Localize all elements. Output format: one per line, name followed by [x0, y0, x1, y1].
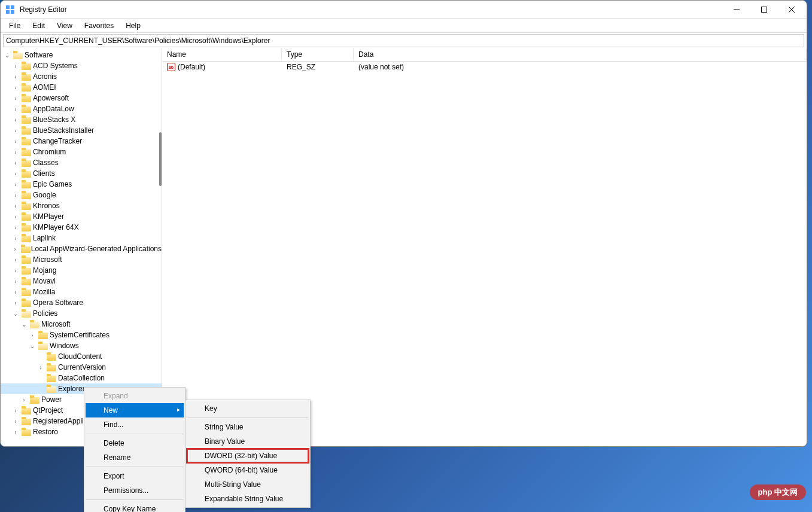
tree-node-google[interactable]: ›Google	[1, 190, 162, 200]
sub-string-value[interactable]: String Value	[187, 420, 309, 434]
tree-node-appdatalow[interactable]: ›AppDataLow	[1, 103, 162, 114]
tree-node-classes[interactable]: ›Classes	[1, 157, 162, 168]
tree-node-cloudcontent[interactable]: CloudContent	[1, 351, 162, 362]
expander-icon[interactable]	[37, 352, 45, 361]
titlebar[interactable]: Registry Editor	[1, 1, 807, 19]
ctx-new[interactable]: New	[86, 403, 184, 417]
expander-icon[interactable]: ⌄	[28, 342, 37, 350]
expander-icon[interactable]: ›	[11, 255, 20, 264]
column-type[interactable]: Type	[282, 48, 354, 61]
ctx-rename[interactable]: Rename	[86, 450, 184, 465]
tree-node-epic-games[interactable]: ›Epic Games	[1, 179, 162, 190]
expander-icon[interactable]: ›	[11, 298, 20, 307]
ctx-find-[interactable]: Find...	[86, 417, 184, 432]
context-menu[interactable]: ExpandNewFind...DeleteRenameExportPermis…	[84, 387, 185, 512]
maximize-button[interactable]	[750, 1, 778, 19]
expander-icon[interactable]: ›	[11, 277, 20, 285]
expander-icon[interactable]: ›	[11, 266, 20, 275]
tree-node-bluestacks-x[interactable]: ›BlueStacks X	[1, 114, 162, 125]
tree-node-khronos[interactable]: ›Khronos	[1, 200, 162, 211]
list-row[interactable]: ab(Default)REG_SZ(value not set)	[162, 62, 807, 72]
column-name[interactable]: Name	[162, 48, 282, 61]
expander-icon[interactable]: ⌄	[11, 309, 20, 318]
expander-icon[interactable]: ›	[11, 94, 20, 102]
expander-icon[interactable]: ›	[20, 395, 28, 404]
tree-node-movavi[interactable]: ›Movavi	[1, 276, 162, 287]
expander-icon[interactable]: ›	[11, 212, 20, 221]
tree-node-aomei[interactable]: ›AOMEI	[1, 82, 162, 93]
menu-help[interactable]: Help	[120, 20, 147, 32]
expander-icon[interactable]: ›	[11, 137, 20, 145]
close-button[interactable]	[778, 1, 805, 19]
tree-node-kmplayer[interactable]: ›KMPlayer	[1, 211, 162, 222]
ctx-delete[interactable]: Delete	[86, 436, 184, 450]
sub-dword-32-bit-value[interactable]: DWORD (32-bit) Value	[187, 449, 309, 463]
expander-icon[interactable]: ›	[11, 115, 20, 124]
expander-icon[interactable]: ›	[11, 428, 20, 436]
expander-icon[interactable]: ›	[11, 234, 20, 242]
tree-node-software[interactable]: ⌄Software	[1, 50, 162, 60]
menu-favorites[interactable]: Favorites	[78, 20, 120, 32]
expander-icon[interactable]: ⌄	[3, 51, 11, 59]
expander-icon[interactable]: ›	[11, 148, 20, 156]
tree-node-policies[interactable]: ⌄Policies	[1, 308, 162, 319]
address-bar[interactable]: Computer\HKEY_CURRENT_USER\Software\Poli…	[3, 34, 804, 47]
menu-edit[interactable]: Edit	[26, 20, 51, 32]
sub-multi-string-value[interactable]: Multi-String Value	[187, 477, 309, 492]
expander-icon[interactable]: ›	[11, 191, 20, 199]
tree-node-mozilla[interactable]: ›Mozilla	[1, 287, 162, 297]
tree-node-windows[interactable]: ⌄Windows	[1, 340, 162, 351]
expander-icon[interactable]: ›	[11, 288, 20, 296]
tree-node-changetracker[interactable]: ›ChangeTracker	[1, 136, 162, 147]
expander-icon[interactable]: ›	[11, 417, 20, 425]
ctx-export[interactable]: Export	[86, 469, 184, 483]
tree-node-microsoft[interactable]: ⌄Microsoft	[1, 319, 162, 330]
ctx-copy-key-name[interactable]: Copy Key Name	[86, 502, 184, 512]
tree-node-acd-systems[interactable]: ›ACD Systems	[1, 60, 162, 71]
expander-icon[interactable]: ›	[11, 223, 20, 231]
tree-node-laplink[interactable]: ›Laplink	[1, 233, 162, 243]
minimize-button[interactable]	[723, 1, 750, 19]
expander-icon[interactable]	[37, 385, 45, 393]
separator	[86, 467, 183, 467]
tree-node-apowersoft[interactable]: ›Apowersoft	[1, 93, 162, 103]
expander-icon[interactable]: ›	[11, 202, 20, 210]
tree-node-clients[interactable]: ›Clients	[1, 168, 162, 179]
expander-icon[interactable]: ›	[11, 159, 20, 167]
sub-key[interactable]: Key	[187, 401, 309, 416]
tree-node-acronis[interactable]: ›Acronis	[1, 71, 162, 82]
tree-node-local-appwizard-generated-applications[interactable]: ›Local AppWizard-Generated Applications	[1, 243, 162, 254]
tree-node-systemcertificates[interactable]: ›SystemCertificates	[1, 330, 162, 340]
tree-node-mojang[interactable]: ›Mojang	[1, 265, 162, 276]
expander-icon[interactable]: ›	[11, 105, 20, 113]
expander-icon[interactable]: ›	[11, 180, 20, 188]
expander-icon[interactable]: ›	[11, 406, 20, 415]
tree-label: Microsoft	[41, 320, 71, 328]
expander-icon[interactable]: ›	[11, 72, 20, 81]
new-submenu[interactable]: KeyString ValueBinary ValueDWORD (32-bit…	[185, 400, 311, 508]
tree-node-kmplayer-64x[interactable]: ›KMPlayer 64X	[1, 222, 162, 233]
tree-node-datacollection[interactable]: DataCollection	[1, 373, 162, 383]
menu-view[interactable]: View	[51, 20, 78, 32]
expander-icon[interactable]	[37, 374, 45, 382]
tree-node-currentversion[interactable]: ›CurrentVersion	[1, 362, 162, 373]
sub-expandable-string-value[interactable]: Expandable String Value	[187, 492, 309, 506]
sub-binary-value[interactable]: Binary Value	[187, 434, 309, 449]
tree-node-microsoft[interactable]: ›Microsoft	[1, 254, 162, 265]
tree-node-bluestacksinstaller[interactable]: ›BlueStacksInstaller	[1, 125, 162, 136]
tree-node-opera-software[interactable]: ›Opera Software	[1, 297, 162, 308]
column-data[interactable]: Data	[354, 48, 807, 61]
expander-icon[interactable]: ›	[11, 126, 20, 135]
scrollbar-thumb[interactable]	[159, 132, 162, 186]
expander-icon[interactable]: ›	[11, 169, 20, 178]
tree-node-chromium[interactable]: ›Chromium	[1, 147, 162, 157]
expander-icon[interactable]: ›	[11, 245, 19, 253]
sub-qword-64-bit-value[interactable]: QWORD (64-bit) Value	[187, 463, 309, 477]
expander-icon[interactable]: ›	[11, 83, 20, 92]
ctx-permissions-[interactable]: Permissions...	[86, 483, 184, 498]
expander-icon[interactable]: ›	[37, 363, 45, 371]
menu-file[interactable]: File	[3, 20, 26, 32]
expander-icon[interactable]: ⌄	[20, 320, 28, 328]
expander-icon[interactable]: ›	[28, 331, 37, 339]
expander-icon[interactable]: ›	[11, 62, 20, 70]
